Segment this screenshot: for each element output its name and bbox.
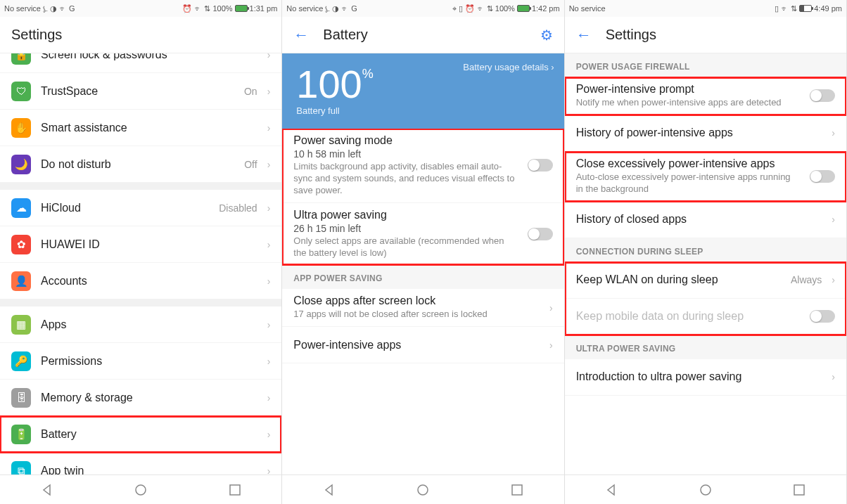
row-app-twin[interactable]: ⧉App twin›	[0, 453, 281, 474]
row-battery[interactable]: 🔋Battery›	[0, 416, 281, 453]
label: Close apps after screen lock	[293, 295, 540, 307]
toggle[interactable]	[528, 228, 553, 240]
row-memory-storage[interactable]: 🗄Memory & storage›	[0, 380, 281, 416]
svg-point-2	[418, 485, 428, 495]
chevron-icon: ›	[549, 340, 553, 351]
wifi-icon: ᯤ	[341, 4, 349, 13]
chevron-icon: ›	[267, 319, 271, 330]
row-accounts[interactable]: 👤Accounts›	[0, 263, 281, 299]
lock-icon: 🔒	[11, 53, 31, 65]
row-ultra-power-saving[interactable]: Ultra power saving 26 h 15 min left Only…	[282, 203, 563, 266]
telegram-icon: ◑	[332, 4, 339, 13]
row-huawei-id[interactable]: ✿HUAWEI ID›	[0, 226, 281, 263]
nav-home-icon[interactable]	[698, 482, 713, 498]
toggle[interactable]	[810, 170, 835, 183]
label: Keep mobile data on during sleep	[576, 310, 800, 323]
vibrate-icon: ▯	[459, 4, 463, 13]
row-close-excessively[interactable]: Close excessively power-intensive apps A…	[565, 152, 846, 202]
toggle[interactable]	[810, 89, 835, 102]
data-icon: ⇅	[791, 4, 797, 13]
description: Limits background app activity, disables…	[293, 161, 517, 197]
nav-recent-icon[interactable]	[509, 482, 525, 498]
data-icon: ⇅	[204, 4, 210, 13]
estimate: 10 h 58 min left	[293, 148, 517, 160]
nav-home-icon[interactable]	[133, 482, 148, 498]
chevron-icon: ›	[832, 214, 835, 225]
page-title: Settings	[606, 27, 656, 43]
row-close-apps-after-lock[interactable]: Close apps after screen lock 17 apps wil…	[282, 289, 563, 327]
toggle	[810, 310, 835, 323]
description: 17 apps will not be closed after screen …	[293, 309, 540, 321]
status-time: 1:31 pm	[250, 4, 278, 13]
chevron-icon: ›	[267, 239, 271, 250]
row-keep-wlan[interactable]: Keep WLAN on during sleep Always ›	[565, 262, 846, 299]
toggle[interactable]	[528, 159, 553, 172]
nav-back-icon[interactable]	[39, 482, 55, 498]
label: Smart assistance	[41, 122, 257, 134]
gear-icon[interactable]: ⚙	[540, 27, 553, 44]
percent-symbol: %	[362, 67, 374, 81]
title-bar: ← Settings	[565, 17, 846, 53]
section-connection-during-sleep: CONNECTION DURING SLEEP	[565, 238, 846, 262]
row-intro-ultra[interactable]: Introduction to ultra power saving ›	[565, 359, 846, 396]
nav-bar	[565, 474, 846, 504]
battery-icon	[799, 5, 812, 12]
status-bar: No service ⍼ ◑ ᯤ G ⌖ ▯ ⏰ ᯤ ⇅ 100% 1:42 p…	[282, 0, 563, 17]
alarm-icon: ⏰	[182, 4, 192, 13]
status-batt-pct: 100%	[495, 4, 515, 13]
moon-icon: 🌙	[11, 155, 31, 174]
label: Power saving mode	[293, 134, 517, 147]
chevron-icon: ›	[832, 127, 835, 138]
g-icon: G	[351, 4, 357, 13]
row-permissions[interactable]: 🔑Permissions›	[0, 343, 281, 380]
nav-recent-icon[interactable]	[791, 482, 807, 498]
battery-panel: Battery usage details › 100% Battery ful…	[282, 53, 563, 129]
back-button[interactable]: ←	[576, 26, 592, 44]
usb-icon: ⍼	[43, 4, 48, 13]
chevron-icon: ›	[549, 302, 553, 314]
row-apps[interactable]: ▦Apps›	[0, 306, 281, 343]
chevron-icon: ›	[267, 159, 271, 170]
status-bar: No service ▯ ᯤ ⇅ 4:49 pm	[565, 0, 846, 17]
row-history-power-intensive[interactable]: History of power-intensive apps ›	[565, 115, 846, 152]
telegram-icon: ◑	[50, 4, 57, 13]
battery-details-link[interactable]: Battery usage details ›	[463, 62, 554, 72]
row-do-not-disturb[interactable]: 🌙Do not disturbOff›	[0, 146, 281, 183]
chevron-icon: ›	[267, 276, 271, 287]
row-history-closed-apps[interactable]: History of closed apps ›	[565, 202, 846, 238]
value: Disabled	[219, 202, 257, 214]
row-smart-assistance[interactable]: ✋Smart assistance›	[0, 110, 281, 146]
row-power-intensive-apps[interactable]: Power-intensive apps ›	[282, 327, 563, 363]
shield-icon: 🛡	[11, 82, 31, 101]
status-time: 4:49 pm	[814, 4, 842, 13]
wifi-icon: ᯤ	[477, 4, 485, 13]
usb-icon: ⍼	[325, 4, 330, 13]
back-button[interactable]: ←	[293, 26, 309, 44]
row-trustspace[interactable]: 🛡TrustSpaceOn›	[0, 73, 281, 110]
svg-rect-5	[794, 485, 804, 495]
row-hicloud[interactable]: ☁HiCloudDisabled›	[0, 190, 281, 226]
nav-recent-icon[interactable]	[227, 482, 243, 498]
nav-home-icon[interactable]	[415, 482, 431, 498]
row-power-saving-mode[interactable]: Power saving mode 10 h 58 min left Limit…	[282, 129, 563, 203]
row-power-intensive-prompt[interactable]: Power-intensive prompt Notify me when po…	[565, 77, 846, 115]
vibrate-icon: ▯	[775, 4, 779, 13]
svg-rect-1	[230, 485, 240, 495]
nav-back-icon[interactable]	[321, 482, 337, 498]
chevron-icon: ›	[267, 356, 271, 367]
page-title: Battery	[323, 27, 367, 43]
chevron-icon: ›	[267, 122, 271, 134]
title-bar: Settings	[0, 17, 281, 53]
chevron-icon: ›	[832, 274, 835, 285]
svg-point-4	[701, 485, 711, 495]
row-keep-mobile-data: Keep mobile data on during sleep	[565, 299, 846, 335]
battery-icon	[517, 5, 530, 12]
status-time: 1:42 pm	[532, 4, 560, 13]
nav-back-icon[interactable]	[604, 482, 619, 498]
row-screen-lock-passwords[interactable]: 🔒Screen lock & passwords›	[0, 53, 281, 73]
wifi-icon: ᯤ	[59, 4, 67, 13]
hand-icon: ✋	[11, 118, 31, 138]
status-service: No service	[286, 4, 323, 13]
label: Memory & storage	[41, 392, 257, 404]
value: On	[244, 86, 257, 97]
